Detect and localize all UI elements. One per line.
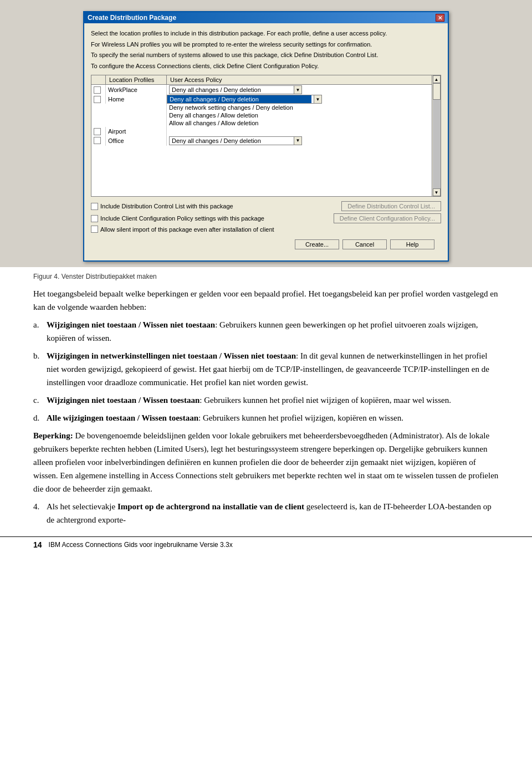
row-checkbox-airport[interactable] [91,127,106,136]
dropdown-arrow-home[interactable]: ▼ [314,95,321,103]
checkbox-row-3: Allow silent import of this package even… [91,226,441,233]
define-client-config-btn[interactable]: Define Client Configuration Policy... [334,213,441,223]
define-distribution-btn[interactable]: Define Distribution Control List... [341,201,441,211]
list-content-c: Wijzigingen niet toestaan / Wissen toest… [47,393,499,407]
item-d-title: Alle wijzigingen toestaan / Wissen toest… [47,413,198,422]
row-name-airport: Airport [106,127,167,136]
figure-caption: Figuur 4. Venster Distributiepakket make… [0,267,532,284]
checkbox-distribution-list[interactable] [91,203,98,210]
help-button[interactable]: Help [390,239,434,249]
checkbox-label-2: Include Client Configuration Policy sett… [100,215,264,222]
list-item-c: c. Wijzigingen niet toestaan / Wissen to… [33,393,499,407]
row-option-spacer2 [91,111,167,119]
dialog-close-button[interactable]: ✕ [436,14,444,22]
checkbox-client-config[interactable] [91,215,98,222]
profiles-table: Location Profiles User Access Policy Wor… [91,75,432,146]
scrollbar-down-button[interactable]: ▼ [433,188,441,196]
dropdown-option-1[interactable]: Deny network setting changes / Deny dele… [167,104,432,111]
checkbox-row-2: Include Client Configuration Policy sett… [91,213,441,223]
beperking-text: De bovengenoemde beleidslijnen gelden vo… [33,431,498,493]
instruction-1: Select the location profiles to include … [91,29,441,38]
row-option-spacer3 [91,119,167,127]
intro-paragraph: Het toegangsbeleid bepaalt welke beperki… [33,287,499,314]
numbered-item-4: 4. Als het selectievakje Import op de ac… [33,500,499,526]
scrollbar-thumb[interactable] [433,83,441,100]
table-row[interactable]: Deny all changes / Allow deletion [91,111,432,119]
figure-number: Figuur 4. [33,273,59,280]
item-d-text: Gebruikers kunnen het profiel wijzigen, … [201,413,403,422]
checkbox-silent-import[interactable] [91,226,98,233]
page-footer: 14 IBM Access Connections Gids voor inge… [0,536,532,553]
dialog-background: Create Distribution Package ✕ Select the… [0,0,532,267]
row-option-spacer [91,104,167,111]
instruction-4: To configure the Access Connections clie… [91,62,441,71]
row-checkbox-home[interactable] [91,95,106,104]
table-row: Office Deny all changes / Deny deletion … [91,136,432,146]
item-b-title: Wijzigingen in netwerkinstellingen niet … [47,351,296,360]
beperking-paragraph: Beperking: De bovengenoemde beleidslijne… [33,429,499,495]
col-policy-header: User Access Policy [167,75,432,85]
dialog-title: Create Distribution Package [88,14,176,22]
item-4-text-pre: Als het selectievakje [47,502,117,511]
list-label-d: d. [33,411,42,425]
table-row[interactable]: Allow all changes / Allow deletion [91,119,432,127]
list-label-c: c. [33,393,42,407]
list-item-b: b. Wijzigingen in netwerkinstellingen ni… [33,349,499,389]
profiles-table-container: Location Profiles User Access Policy Wor… [91,75,441,197]
create-distribution-dialog: Create Distribution Package ✕ Select the… [83,11,449,262]
row-policy-airport [167,127,432,136]
item-4-content: Als het selectievakje Import op de achte… [47,500,499,526]
item-4-number: 4. [33,500,42,526]
page-number: 14 [33,540,42,549]
item-4-text-bold: Import op de achtergrond na installatie … [117,502,304,511]
cancel-button[interactable]: Cancel [342,239,387,249]
col-checkbox-header [91,75,106,85]
instruction-2: For Wireless LAN profiles you will be pr… [91,40,441,49]
list-label-b: b. [33,349,42,389]
table-row[interactable]: Deny network setting changes / Deny dele… [91,104,432,111]
dialog-instructions: Select the location profiles to include … [91,29,441,70]
table-row: Airport [91,127,432,136]
dialog-footer: Create... Cancel Help [91,236,441,255]
scrollbar-up-button[interactable]: ▲ [433,75,441,83]
list-item-d: d. Alle wijzigingen toestaan / Wissen to… [33,411,499,425]
row-name-office: Office [106,136,167,146]
row-checkbox-office[interactable] [91,136,106,146]
row-policy-home-open[interactable]: Deny all changes / Deny deletion ▼ [167,95,432,104]
scrollbar-track [433,83,441,188]
beperking-label: Beperking: [33,431,73,440]
list-content-b: Wijzigingen in netwerkinstellingen niet … [47,349,499,389]
figure-title: Venster Distributiepakket maken [62,273,157,280]
dialog-body: Select the location profiles to include … [84,23,448,260]
list-content-a: Wijzigingen niet toestaan / Wissen niet … [47,318,499,345]
table-row: WorkPlace Deny all changes / Deny deleti… [91,85,432,95]
row-checkbox-workplace[interactable] [91,85,106,95]
table-row: Home Deny all changes / Deny deletion ▼ [91,95,432,104]
body-text: Het toegangsbeleid bepaalt welke beperki… [0,284,532,534]
list-content-d: Alle wijzigingen toestaan / Wissen toest… [47,411,499,425]
row-policy-office[interactable]: Deny all changes / Deny deletion ▼ [167,136,432,146]
list-label-a: a. [33,318,42,345]
dropdown-arrow-office[interactable]: ▼ [294,137,301,145]
list-item-a: a. Wijzigingen niet toestaan / Wissen ni… [33,318,499,345]
create-button[interactable]: Create... [295,239,339,249]
row-name-workplace: WorkPlace [106,85,167,95]
item-c-text: Gebruikers kunnen het profiel niet wijzi… [202,396,451,405]
checkbox-label-1: Include Distribution Control List with t… [100,203,233,209]
row-name-home: Home [106,95,167,104]
footer-text: IBM Access Connections Gids voor ingebru… [49,541,233,549]
dropdown-option-3[interactable]: Allow all changes / Allow deletion [167,119,432,127]
instruction-3: To specify the serial numbers of systems… [91,50,441,60]
options-section: Include Distribution Control List with t… [91,201,441,233]
dropdown-arrow-workplace[interactable]: ▼ [294,86,301,94]
dropdown-option-2[interactable]: Deny all changes / Allow deletion [167,111,432,119]
table-scrollbar[interactable]: ▲ ▼ [432,75,441,196]
row-policy-workplace[interactable]: Deny all changes / Deny deletion ▼ [167,85,432,95]
item-a-title: Wijzigingen niet toestaan / Wissen niet … [47,320,215,329]
item-c-title: Wijzigingen niet toestaan / Wissen toest… [47,396,200,405]
checkbox-row-1: Include Distribution Control List with t… [91,201,441,211]
checkbox-label-3: Allow silent import of this package even… [100,226,274,233]
dialog-titlebar: Create Distribution Package ✕ [84,12,448,23]
col-profile-header: Location Profiles [106,75,167,85]
